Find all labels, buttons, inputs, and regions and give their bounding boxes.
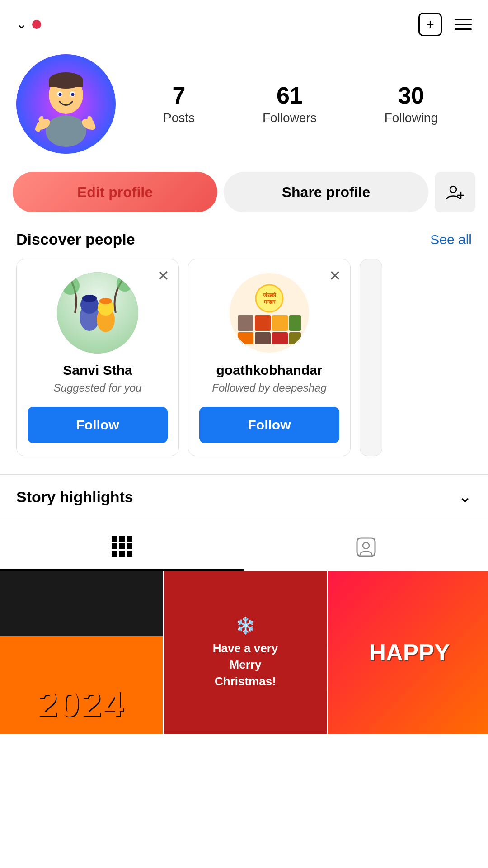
person-1-name: Sanvi Stha <box>63 363 132 378</box>
story-highlights-section[interactable]: Story highlights ⌄ <box>0 474 488 519</box>
person-2-avatar: जोठको मन्डार <box>229 272 310 354</box>
svg-point-7 <box>59 93 62 96</box>
person-card-2: ✕ जोठको मन्डार goathkob <box>188 259 351 456</box>
see-all-link[interactable]: See all <box>430 232 472 247</box>
header-right: + <box>418 13 472 36</box>
following-label: Following <box>385 111 438 125</box>
tab-tagged[interactable] <box>244 524 488 570</box>
svg-text:जोठको: जोठको <box>263 292 277 298</box>
svg-rect-33 <box>272 315 288 331</box>
svg-point-21 <box>82 295 97 302</box>
story-highlights-title: Story highlights <box>16 488 133 506</box>
profile-section: 7 Posts 61 Followers 30 Following <box>0 45 488 172</box>
grid-icon <box>112 536 132 557</box>
person-2-subtitle: Followed by deepeshag <box>212 382 327 394</box>
svg-point-26 <box>117 275 133 292</box>
close-card-1-button[interactable]: ✕ <box>157 269 169 283</box>
svg-rect-31 <box>238 315 253 331</box>
posts-label: Posts <box>163 111 195 125</box>
posts-count: 7 <box>173 83 186 108</box>
followers-label: Followers <box>263 111 317 125</box>
tab-grid[interactable] <box>0 523 244 571</box>
menu-button[interactable] <box>455 19 472 30</box>
followers-count: 61 <box>277 83 303 108</box>
svg-rect-4 <box>49 80 83 87</box>
svg-point-15 <box>450 186 456 193</box>
svg-rect-35 <box>238 332 253 344</box>
following-count: 30 <box>398 83 424 108</box>
notification-dot <box>32 20 41 29</box>
svg-point-41 <box>363 542 369 549</box>
dropdown-chevron-icon[interactable]: ⌄ <box>16 18 27 31</box>
svg-text:मन्डार: मन्डार <box>263 299 276 305</box>
posts-grid: 2024 ❄️ Have a veryMerryChristmas! HAPPY <box>0 571 488 734</box>
add-post-button[interactable]: + <box>418 13 442 36</box>
following-stat[interactable]: 30 Following <box>385 83 438 125</box>
discover-people-header: Discover people See all <box>0 231 488 259</box>
story-highlights-chevron-icon: ⌄ <box>458 487 472 506</box>
people-cards-container: ✕ <box>0 259 488 474</box>
svg-point-25 <box>61 277 80 295</box>
person-2-name: goathkobhandar <box>216 363 322 378</box>
header-left: ⌄ <box>16 18 41 31</box>
post-thumb-2[interactable]: ❄️ Have a veryMerryChristmas! <box>164 571 327 734</box>
profile-stats: 7 Posts 61 Followers 30 Following <box>129 83 472 125</box>
person-card-1: ✕ <box>16 259 179 456</box>
svg-rect-38 <box>289 332 301 344</box>
avatar-image <box>16 54 116 154</box>
close-card-2-button[interactable]: ✕ <box>329 269 341 283</box>
post-thumb-3[interactable]: HAPPY <box>328 571 488 734</box>
person-1-subtitle: Suggested for you <box>54 382 142 394</box>
person-1-avatar <box>57 272 138 354</box>
posts-stat[interactable]: 7 Posts <box>163 83 195 125</box>
svg-rect-37 <box>272 332 288 344</box>
avatar[interactable] <box>16 54 116 154</box>
tab-bar <box>0 523 488 571</box>
discover-title: Discover people <box>16 231 135 248</box>
svg-point-24 <box>99 298 112 304</box>
svg-rect-40 <box>357 538 375 556</box>
header: ⌄ + <box>0 0 488 45</box>
follow-person-2-button[interactable]: Follow <box>199 407 339 443</box>
post-thumb-1[interactable]: 2024 <box>0 571 163 734</box>
svg-rect-34 <box>289 315 301 331</box>
add-person-icon <box>446 183 464 201</box>
svg-rect-32 <box>255 315 271 331</box>
share-profile-button[interactable]: Share profile <box>224 172 428 212</box>
svg-rect-36 <box>255 332 271 344</box>
christmas-text: Have a veryMerryChristmas! <box>213 640 278 689</box>
svg-point-8 <box>71 93 75 96</box>
svg-point-1 <box>46 115 86 147</box>
add-friend-button[interactable] <box>435 172 475 212</box>
tagged-icon <box>356 537 376 557</box>
partial-card <box>360 259 382 456</box>
happy-text: HAPPY <box>369 639 450 666</box>
edit-profile-button[interactable]: Edit profile <box>13 172 217 212</box>
follow-person-1-button[interactable]: Follow <box>28 407 168 443</box>
action-buttons: Edit profile Share profile <box>0 172 488 231</box>
followers-stat[interactable]: 61 Followers <box>263 83 317 125</box>
svg-point-28 <box>256 285 283 312</box>
